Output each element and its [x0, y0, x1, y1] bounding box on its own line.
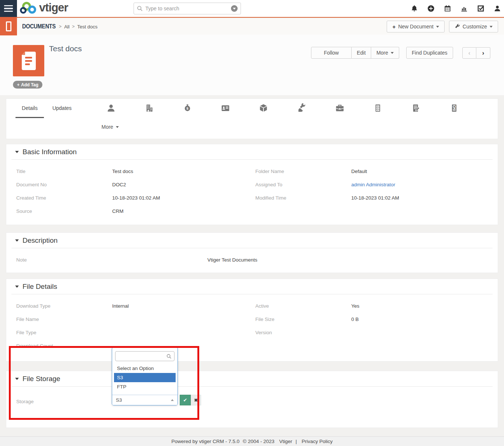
- dropdown-option-prompt[interactable]: Select an Option: [114, 364, 176, 373]
- plus-icon: +: [392, 24, 396, 30]
- new-document-label: New Document: [398, 24, 434, 30]
- logo-cloud-ring-blue: [28, 6, 36, 14]
- wrench-icon: [455, 24, 460, 30]
- chevron-down-icon: [391, 52, 394, 54]
- confirm-save-button[interactable]: ✔: [180, 395, 191, 405]
- section-title: Description: [23, 236, 58, 245]
- add-tag-label: Add Tag: [21, 82, 38, 87]
- file-storage-section: File Storage Storage: [6, 371, 498, 428]
- record-tabs-panel: Details Updates $ Q More: [6, 98, 498, 139]
- tab-notes-document-edit-icon[interactable]: [411, 103, 421, 113]
- chevron-down-icon: [233, 8, 236, 10]
- notifications-bell-icon[interactable]: [411, 5, 418, 12]
- brand-wordmark: vtiger: [39, 1, 68, 14]
- section-header[interactable]: File Storage: [11, 371, 493, 387]
- search-icon: [166, 354, 172, 359]
- documents-module-icon[interactable]: [0, 17, 17, 35]
- new-document-button[interactable]: + New Document: [387, 21, 444, 32]
- chevron-left-icon: ‹: [468, 49, 470, 57]
- breadcrumb-separator: >: [59, 24, 62, 29]
- collapse-caret-icon: [15, 286, 19, 288]
- file-details-section: File Details Download Type Internal Acti…: [6, 279, 498, 362]
- field-row: Note Vtiger Test Documents: [6, 253, 498, 266]
- tab-leads-contact-card-icon[interactable]: [221, 103, 230, 113]
- record-pager: ‹ ›: [462, 47, 490, 59]
- more-actions-button[interactable]: More: [371, 47, 399, 59]
- tab-contacts-person-icon[interactable]: [106, 103, 116, 113]
- edit-button[interactable]: Edit: [352, 47, 371, 59]
- vtiger-logo[interactable]: vtiger: [20, 0, 83, 17]
- privacy-policy-link[interactable]: Privacy Policy: [302, 439, 333, 444]
- global-search[interactable]: [134, 3, 241, 14]
- breadcrumb: DOCUMENTS > All > Test docs: [22, 18, 97, 35]
- customize-button[interactable]: Customize: [449, 21, 498, 32]
- tab-assets-cabinet-icon[interactable]: [373, 103, 383, 113]
- section-header[interactable]: File Details: [11, 279, 493, 294]
- breadcrumb-item-record[interactable]: Test docs: [77, 24, 97, 30]
- search-scope-toggle[interactable]: [231, 5, 238, 12]
- chevron-down-icon: [490, 26, 493, 28]
- hamburger-menu-button[interactable]: [0, 0, 17, 17]
- tab-products-box-icon[interactable]: [259, 103, 268, 113]
- previous-record-button[interactable]: ‹: [462, 47, 476, 59]
- storage-dropdown: Select an Option S3 FTP S3: [112, 347, 178, 405]
- quick-create-plus-icon[interactable]: [427, 5, 435, 12]
- section-title: File Details: [23, 283, 57, 291]
- follow-button[interactable]: Follow: [311, 47, 352, 59]
- customize-label: Customize: [463, 24, 487, 30]
- description-section: Description Note Vtiger Test Documents: [6, 232, 498, 273]
- dropdown-search-box[interactable]: [115, 351, 175, 361]
- search-input[interactable]: [145, 6, 228, 11]
- chevron-down-icon: [436, 26, 439, 28]
- dropdown-search-input[interactable]: [118, 353, 166, 359]
- field-row: Source CRM: [6, 204, 498, 218]
- tab-services-tool-icon[interactable]: [297, 103, 307, 113]
- section-header[interactable]: Basic Information: [11, 144, 493, 160]
- tab-deals-money-bag-icon[interactable]: $: [183, 103, 192, 113]
- collapse-caret-icon: [15, 378, 19, 380]
- find-duplicates-button[interactable]: Find Duplicates: [406, 47, 453, 59]
- user-profile-icon[interactable]: [494, 5, 501, 12]
- calendar-icon[interactable]: [444, 5, 451, 12]
- reports-bar-chart-icon[interactable]: [460, 5, 468, 12]
- tab-projects-briefcase-icon[interactable]: [335, 103, 345, 113]
- svg-text:$: $: [186, 106, 189, 110]
- section-header[interactable]: Description: [11, 233, 493, 248]
- topbar-actions: [411, 0, 501, 17]
- dropdown-option-ftp[interactable]: FTP: [114, 382, 176, 391]
- add-tag-button[interactable]: + Add Tag: [13, 81, 42, 89]
- field-row: Title Test docs Folder Name Default: [6, 165, 498, 178]
- chevron-up-icon: [171, 399, 174, 401]
- tasks-check-square-icon[interactable]: [477, 5, 484, 12]
- collapse-caret-icon: [15, 151, 19, 153]
- dropdown-option-s3[interactable]: S3: [114, 373, 176, 382]
- tab-more[interactable]: More: [101, 124, 119, 130]
- svg-text:Q: Q: [453, 104, 456, 109]
- collapse-caret-icon: [15, 239, 19, 242]
- document-icon: [6, 21, 11, 31]
- next-record-button[interactable]: ›: [476, 47, 490, 59]
- footer-divider: |: [296, 439, 297, 444]
- tab-updates[interactable]: Updates: [50, 99, 74, 118]
- chevron-down-icon: [116, 126, 119, 128]
- close-icon: ✖: [194, 398, 198, 403]
- breadcrumb-separator: >: [72, 24, 75, 29]
- page-title: Test docs: [49, 44, 82, 53]
- footer-powered-by: Powered by vtiger CRM - 7.5.0: [171, 439, 239, 444]
- assigned-to-link[interactable]: admin Administrator: [351, 182, 498, 187]
- tab-quotes-document-icon[interactable]: Q: [449, 103, 459, 113]
- storage-select[interactable]: S3: [112, 395, 177, 405]
- storage-selected-value: S3: [116, 397, 122, 403]
- breadcrumb-item-all[interactable]: All: [64, 24, 69, 30]
- field-row: Created Time 10-18-2023 01:02 AM Modifie…: [6, 191, 498, 204]
- tab-details[interactable]: Details: [15, 99, 44, 118]
- breadcrumb-actions: + New Document Customize: [387, 21, 498, 32]
- cancel-edit-button[interactable]: ✖: [191, 395, 201, 405]
- check-icon: ✔: [183, 397, 187, 403]
- tab-organizations-building-icon[interactable]: [144, 103, 154, 113]
- footer-brand: Vtiger: [279, 439, 292, 444]
- logo-cloud-ring-navy: [20, 7, 27, 14]
- field-row: File Name File Size 0 B: [6, 312, 498, 326]
- section-title: File Storage: [23, 375, 60, 383]
- breadcrumb-module[interactable]: DOCUMENTS: [22, 23, 56, 30]
